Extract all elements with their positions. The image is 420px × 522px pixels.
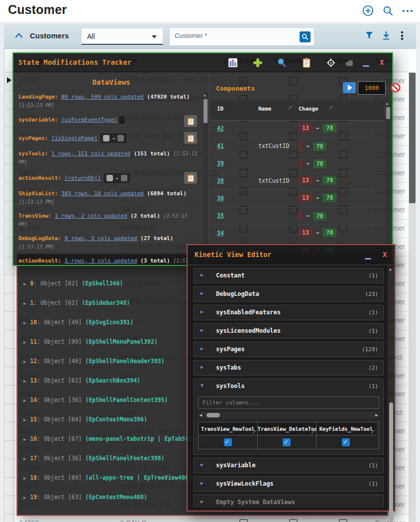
zoom-icon[interactable] <box>276 57 287 68</box>
expand-arrow-icon[interactable]: ▶ <box>23 456 26 461</box>
resize-handle-icon[interactable] <box>289 106 293 110</box>
dataview-link[interactable]: 1 rows, 3 cols updated <box>65 258 137 264</box>
dataview-link[interactable]: [uiFormEventType] <box>61 117 117 123</box>
dataview-link[interactable]: [returnObj] <box>65 175 101 181</box>
expand-arrow-icon[interactable]: ▶ <box>201 480 204 486</box>
expand-arrow-icon[interactable]: ▶ <box>23 476 26 481</box>
expand-arrow-icon[interactable]: ▶ <box>23 340 26 345</box>
editor-scrollbar[interactable]: ▲ ▼ <box>389 267 394 510</box>
grid-vertical-scrollbar[interactable] <box>409 72 416 522</box>
dataview-link[interactable]: 9 rows, 3 cols updated <box>65 235 137 242</box>
resize-handle-icon[interactable] <box>253 430 257 434</box>
component-id-link[interactable]: 39 <box>217 160 224 167</box>
component-id-link[interactable]: 34 <box>217 230 224 237</box>
more-menu-icon[interactable] <box>402 9 413 13</box>
section-header[interactable]: ▶DebugLogData(23) <box>194 287 383 301</box>
expand-arrow-icon[interactable]: ▶ <box>23 495 26 500</box>
expand-arrow-icon[interactable]: ▶ <box>201 290 204 296</box>
dataview-link[interactable]: 1 rows, 2 cols updated <box>55 213 127 219</box>
customer-search-field[interactable] <box>169 27 315 46</box>
minimize-icon[interactable] <box>365 258 371 260</box>
collapse-chevron-up-icon[interactable] <box>15 32 23 38</box>
section-header[interactable]: ▶Empty System DataViews <box>194 495 383 508</box>
component-id-link[interactable]: 42 <box>217 125 224 132</box>
clipboard-icon[interactable] <box>301 57 312 68</box>
dataview-link[interactable]: [isSinglePage] <box>51 135 98 141</box>
section-header[interactable]: ▶sysEnabledFeatures(1) <box>194 305 383 320</box>
scroll-up-icon[interactable]: ▲ <box>386 102 388 106</box>
copy-to-clipboard-button[interactable] <box>184 115 197 127</box>
expand-arrow-icon[interactable]: ▶ <box>23 379 26 384</box>
scrollbar-thumb[interactable] <box>409 73 416 203</box>
expand-arrow-icon[interactable]: ▶ <box>201 499 204 504</box>
scrollbar-thumb[interactable] <box>207 413 220 417</box>
minimize-icon[interactable] <box>363 65 369 67</box>
dataview-link[interactable]: 1 rows, 151 cols updated <box>51 150 130 157</box>
expand-arrow-icon[interactable]: ▶ <box>23 359 26 364</box>
horizontal-scrollbar[interactable]: ◀▶ <box>198 412 379 418</box>
run-button[interactable] <box>343 82 356 93</box>
checkbox-checked[interactable] <box>283 438 291 446</box>
expand-arrow-icon[interactable]: ▶ <box>23 301 26 306</box>
expand-arrow-icon[interactable]: ▶ <box>201 327 204 333</box>
copy-to-clipboard-button[interactable] <box>184 172 197 184</box>
components-scrollbar[interactable]: ▲ <box>386 101 391 263</box>
close-icon[interactable]: X <box>380 58 384 66</box>
expand-arrow-icon[interactable]: ▶ <box>201 346 204 351</box>
section-header[interactable]: ▶sysVariable(1) <box>194 458 383 473</box>
resize-handle-icon[interactable] <box>329 106 333 110</box>
expand-arrow-icon[interactable]: ▶ <box>201 272 204 277</box>
section-header[interactable]: ▶sysLicensedModules(1) <box>194 324 383 338</box>
resize-handle-icon[interactable] <box>312 430 315 434</box>
scrollbar-thumb[interactable] <box>204 99 208 123</box>
component-id-link[interactable]: 38 <box>217 177 224 184</box>
checkbox-no-contact[interactable] <box>289 519 298 522</box>
section-header[interactable]: ▼sysTools(1) <box>194 379 383 393</box>
chart-icon[interactable] <box>227 57 238 68</box>
section-header[interactable]: ▶Constant(1) <box>194 268 383 283</box>
expand-arrow-icon[interactable]: ▶ <box>23 320 26 325</box>
expand-arrow-icon[interactable]: ▶ <box>201 364 204 370</box>
search-icon[interactable] <box>383 5 393 16</box>
scrollbar-thumb[interactable] <box>389 402 393 522</box>
add-circle-icon[interactable] <box>362 5 374 16</box>
kebab-menu-icon[interactable] <box>399 30 405 41</box>
expand-arrow-icon[interactable]: ▶ <box>201 309 204 314</box>
expand-arrow-icon[interactable]: ▶ <box>23 281 26 286</box>
dataviews-scrollbar[interactable]: ▲ <box>203 92 208 263</box>
dataview-link[interactable]: 383 rows, 18 cols updated <box>61 190 144 197</box>
row-limit-input[interactable] <box>358 81 386 95</box>
scroll-up-icon[interactable]: ▲ <box>389 267 392 271</box>
download-icon[interactable] <box>382 31 391 40</box>
expand-arrow-icon[interactable]: ▶ <box>201 462 204 467</box>
puzzle-icon[interactable] <box>252 57 263 68</box>
scroll-down-icon[interactable]: ▼ <box>389 505 392 510</box>
block-icon[interactable] <box>390 82 401 93</box>
tracker-titlebar[interactable]: State Modifications Tracker X <box>13 53 392 72</box>
scroll-left-icon[interactable]: ◀ <box>200 413 202 417</box>
editor-titlebar[interactable]: Kinetic View Editor X <box>188 245 395 265</box>
close-icon[interactable]: X <box>383 251 387 259</box>
dataview-link[interactable]: 80 rows, 599 cols updated <box>61 94 144 100</box>
component-id-link[interactable]: 41 <box>217 142 224 149</box>
checkbox-checked[interactable] <box>342 438 350 446</box>
view-dropdown[interactable]: All <box>81 28 163 45</box>
scroll-right-icon[interactable]: ▶ <box>375 413 378 417</box>
expand-arrow-icon[interactable]: ▶ <box>23 417 26 422</box>
checkbox-checked[interactable] <box>224 438 232 446</box>
grid-search-button[interactable] <box>300 31 311 42</box>
section-header[interactable]: ▶sysTabs(2) <box>194 361 383 375</box>
resize-handle-icon[interactable] <box>371 430 375 434</box>
cloud-icon[interactable] <box>344 57 355 68</box>
expand-arrow-icon[interactable]: ▶ <box>23 437 26 442</box>
customer-search-input[interactable] <box>175 32 289 39</box>
scrollbar-thumb[interactable] <box>386 107 390 119</box>
expand-arrow-icon[interactable]: ▼ <box>201 383 204 388</box>
component-id-link[interactable]: 35 <box>217 212 224 219</box>
component-id-link[interactable]: 36 <box>217 195 224 202</box>
copy-to-clipboard-button[interactable] <box>184 132 197 144</box>
checkbox-credit-hold[interactable] <box>239 519 248 522</box>
filter-columns-input[interactable] <box>198 396 379 409</box>
section-header[interactable]: ▶sysPages(129) <box>194 342 383 357</box>
filter-funnel-icon[interactable] <box>365 31 373 40</box>
